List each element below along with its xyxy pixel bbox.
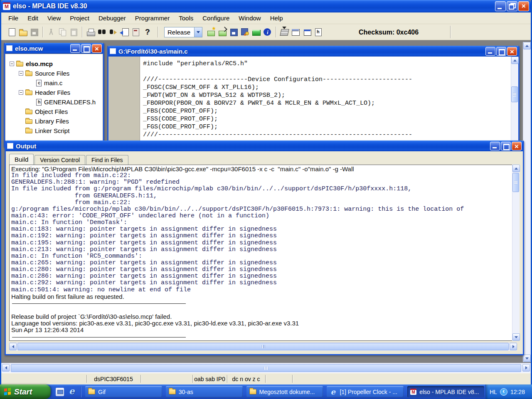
scroll-right-button[interactable]: [522, 364, 530, 372]
language-indicator[interactable]: HL: [490, 389, 497, 395]
project-maximize-button[interactable]: [81, 44, 91, 53]
menu-help[interactable]: Help: [266, 13, 288, 24]
scroll-thumb[interactable]: [511, 86, 518, 102]
output-close-button[interactable]: [512, 142, 522, 150]
scroll-up-button[interactable]: [523, 42, 531, 49]
tree-item-object-files[interactable]: Object Files: [5, 107, 103, 116]
find-icon[interactable]: [96, 26, 108, 38]
tree-expand-icon[interactable]: [19, 71, 23, 76]
open-file-icon[interactable]: [17, 26, 29, 38]
output-line: [11, 307, 517, 313]
editor-window-titlebar[interactable]: G:\Fordító\30-as\main.c: [108, 46, 518, 57]
help-icon[interactable]: [141, 26, 153, 38]
editor-close-button[interactable]: [507, 47, 517, 56]
print-icon[interactable]: [85, 26, 96, 38]
editor-maximize-button[interactable]: [496, 47, 506, 56]
close-button[interactable]: [518, 1, 529, 11]
project-minimize-button[interactable]: [70, 44, 80, 53]
internet-explorer-icon[interactable]: [68, 388, 76, 396]
menu-window[interactable]: Window: [234, 13, 265, 24]
taskbar-button-megosztott[interactable]: Megosztott dokume...: [246, 386, 323, 397]
scroll-up-button[interactable]: [511, 57, 519, 64]
output-vertical-scrollbar[interactable]: [512, 165, 520, 341]
output-line: Executing: "G:\Program Files\Microchip\M…: [11, 166, 517, 172]
build-all-icon[interactable]: [239, 26, 251, 38]
menu-edit[interactable]: Edit: [23, 13, 43, 24]
open-workspace-icon[interactable]: [217, 26, 228, 38]
memory-window-icon[interactable]: [301, 26, 313, 38]
minimize-button[interactable]: [495, 1, 506, 11]
tab-build[interactable]: Build: [9, 154, 34, 165]
tree-item-linker-script[interactable]: Linker Script: [5, 126, 103, 135]
start-button[interactable]: Start: [0, 384, 51, 399]
chevron-down-icon[interactable]: [194, 27, 202, 37]
goto-icon[interactable]: [119, 26, 130, 38]
menu-debugger[interactable]: Debugger: [94, 13, 131, 24]
taskbar-button-30-as[interactable]: 30-as: [166, 386, 243, 397]
scroll-down-button[interactable]: [512, 333, 520, 341]
app-titlebar[interactable]: elso - MPLAB IDE v8.30: [1, 0, 531, 12]
checksum-label: Checksum: 0xc406: [359, 24, 419, 40]
toolbar-separator: [450, 26, 451, 38]
tree-item-header-files[interactable]: Header Files: [5, 88, 103, 97]
scroll-right-button[interactable]: [510, 343, 517, 350]
menu-tools[interactable]: Tools: [174, 13, 198, 24]
save-workspace-icon[interactable]: [228, 26, 239, 38]
properties-icon[interactable]: [130, 26, 141, 38]
tree-item-library-files[interactable]: Library Files: [5, 116, 103, 126]
menu-configure[interactable]: Configure: [198, 13, 234, 24]
menu-programmer[interactable]: Programmer: [131, 13, 174, 24]
scroll-thumb[interactable]: [512, 173, 519, 192]
editor-minimize-button[interactable]: [485, 47, 495, 56]
make-icon[interactable]: [251, 26, 262, 38]
copy-icon[interactable]: [57, 26, 68, 38]
output-minimize-button[interactable]: [490, 142, 500, 150]
show-desktop-icon[interactable]: [56, 388, 64, 396]
status-bar: dsPIC30F6015 oab sab IP0 dc n ov z c: [1, 373, 531, 384]
file-registers-icon[interactable]: [313, 26, 324, 38]
build-log[interactable]: Executing: "G:\Program Files\Microchip\M…: [9, 165, 517, 341]
save-file-icon[interactable]: [29, 26, 40, 38]
tab-find-in-files[interactable]: Find in Files: [86, 155, 128, 165]
new-project-icon[interactable]: [206, 26, 217, 38]
menu-project[interactable]: Project: [65, 13, 94, 24]
new-file-icon[interactable]: [6, 26, 17, 38]
build-configuration-select[interactable]: Release: [164, 27, 202, 37]
output-maximize-button[interactable]: [501, 142, 511, 150]
scroll-left-button[interactable]: [9, 343, 17, 350]
editor-window-title: G:\Fordító\30-as\main.c: [118, 48, 485, 55]
output-window-titlebar[interactable]: Output: [6, 140, 523, 151]
scroll-left-button[interactable]: [2, 364, 10, 372]
menu-file[interactable]: File: [4, 13, 23, 24]
restore-button[interactable]: [507, 1, 517, 11]
project-window: elso.mcw elso.mcp: [4, 43, 104, 148]
tree-item-generaldefs-h[interactable]: GENERALDEFS.h: [5, 97, 103, 107]
cut-icon[interactable]: [46, 26, 57, 38]
output-horizontal-scrollbar[interactable]: [9, 342, 517, 351]
tree-expand-icon[interactable]: [19, 90, 23, 95]
scroll-up-button[interactable]: [512, 165, 520, 172]
tree-item-main-c[interactable]: main.c: [5, 78, 103, 88]
project-window-titlebar[interactable]: elso.mcw: [5, 43, 103, 54]
scroll-down-button[interactable]: [523, 355, 531, 362]
taskbar-button-gif[interactable]: Gif: [85, 386, 162, 397]
tree-item-source-files[interactable]: Source Files: [5, 69, 103, 78]
scroll-thumb[interactable]: [17, 343, 509, 350]
tree-item-elso-mcp[interactable]: elso.mcp: [5, 59, 103, 69]
stack-icon[interactable]: [279, 26, 290, 38]
folder-icon: [88, 389, 95, 394]
paste-icon[interactable]: [68, 26, 79, 38]
language-bar-icon[interactable]: [500, 388, 507, 396]
tab-version-control[interactable]: Version Control: [34, 155, 85, 165]
taskbar-button-mplab[interactable]: elso - MPLAB IDE v8...: [407, 386, 484, 397]
output-line: main.c:192: warning: pointer targets in …: [11, 233, 517, 239]
project-close-button[interactable]: [92, 44, 102, 53]
stopwatch-icon[interactable]: [290, 26, 301, 38]
about-icon[interactable]: [262, 26, 273, 38]
taskbar-button-propeller-clock[interactable]: [1] Propeller Clock - ...: [327, 386, 404, 397]
scroll-thumb[interactable]: [11, 364, 521, 372]
find-next-icon[interactable]: [108, 26, 119, 38]
menu-view[interactable]: View: [43, 13, 65, 24]
mdi-horizontal-scrollbar[interactable]: [1, 363, 531, 373]
tree-expand-icon[interactable]: [10, 62, 14, 66]
